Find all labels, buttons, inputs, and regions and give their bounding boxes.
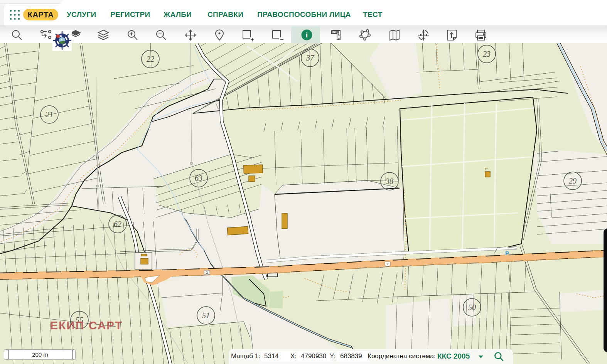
svg-text:ЕКИП САРТ: ЕКИП САРТ	[50, 319, 123, 332]
svg-text:22: 22	[147, 55, 154, 63]
svg-text:21: 21	[46, 110, 53, 119]
svg-text:51: 51	[202, 311, 210, 320]
svg-text:37: 37	[306, 54, 314, 62]
svg-text:23: 23	[483, 50, 491, 58]
svg-text:38: 38	[385, 177, 393, 185]
svg-text:63: 63	[195, 174, 202, 182]
svg-text:2: 2	[206, 271, 208, 275]
svg-text:P: P	[505, 250, 509, 256]
svg-text:62: 62	[114, 220, 121, 228]
svg-text:29: 29	[569, 177, 577, 185]
svg-text:2: 2	[386, 262, 388, 266]
svg-text:50: 50	[468, 303, 476, 312]
svg-text:i: i	[306, 31, 308, 39]
